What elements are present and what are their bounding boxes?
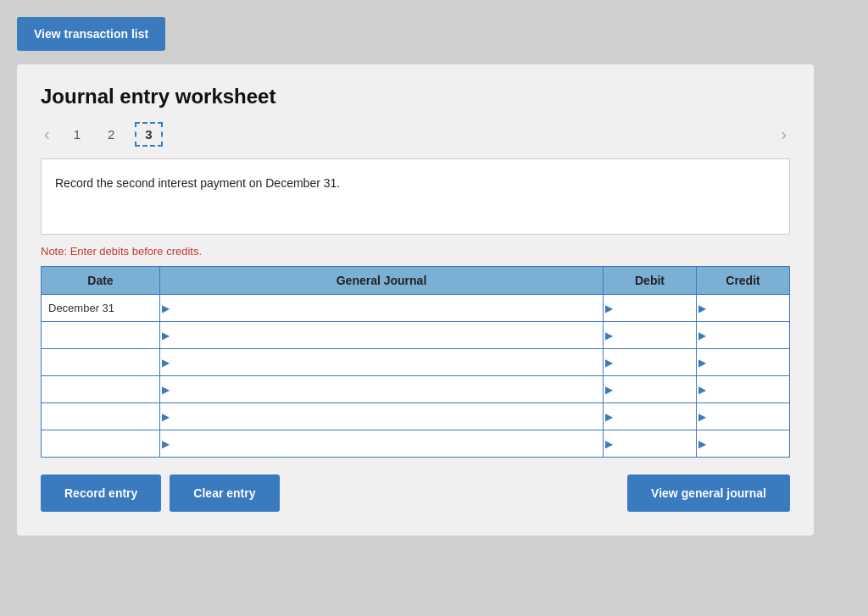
arrow-icon: ▶ [162, 411, 170, 423]
table-row: ▶▶▶ [42, 430, 790, 458]
arrow-icon: ▶ [698, 330, 706, 341]
input-credit-3[interactable] [697, 376, 789, 402]
clear-entry-button[interactable]: Clear entry [170, 474, 279, 512]
view-transaction-button[interactable]: View transaction list [17, 17, 165, 51]
tab-2[interactable]: 2 [101, 124, 121, 145]
cell-date-2 [42, 349, 160, 376]
input-debit-4[interactable] [604, 403, 696, 430]
arrow-icon: ▶ [162, 438, 170, 450]
main-panel: Journal entry worksheet ‹ 1 2 3 › Record… [17, 64, 814, 536]
arrow-icon: ▶ [698, 438, 706, 450]
arrow-icon: ▶ [162, 384, 170, 396]
cell-journal-4: ▶ [160, 403, 604, 430]
cell-debit-2: ▶ [604, 349, 697, 376]
input-debit-0[interactable] [604, 295, 696, 321]
panel-title: Journal entry worksheet [41, 85, 790, 108]
cell-debit-0: ▶ [604, 295, 697, 322]
header-credit: Credit [697, 267, 790, 295]
arrow-icon: ▶ [605, 411, 613, 423]
input-date-2[interactable] [48, 349, 159, 375]
arrow-icon: ▶ [698, 302, 706, 314]
arrow-icon: ▶ [698, 357, 706, 369]
input-debit-1[interactable] [604, 322, 696, 348]
input-debit-5[interactable] [604, 430, 696, 457]
arrow-icon: ▶ [698, 411, 706, 423]
input-credit-2[interactable] [697, 349, 789, 375]
input-journal-3[interactable] [160, 376, 603, 402]
cell-debit-4: ▶ [604, 403, 697, 430]
input-journal-4[interactable] [160, 403, 603, 430]
arrow-icon: ▶ [162, 302, 170, 314]
description-text: Record the second interest payment on De… [55, 176, 340, 190]
input-date-4[interactable] [48, 403, 159, 430]
cell-journal-5: ▶ [160, 430, 604, 458]
input-journal-1[interactable] [160, 322, 603, 348]
input-credit-5[interactable] [697, 430, 789, 457]
input-debit-3[interactable] [604, 376, 696, 402]
cell-credit-4: ▶ [697, 403, 790, 430]
table-row: ▶▶▶ [42, 322, 790, 349]
cell-debit-3: ▶ [604, 376, 697, 403]
input-debit-2[interactable] [604, 349, 696, 375]
top-bar: View transaction list [17, 17, 851, 51]
next-tab-arrow[interactable]: › [777, 123, 790, 146]
cell-journal-1: ▶ [160, 322, 604, 349]
view-general-journal-button[interactable]: View general journal [627, 474, 790, 512]
header-date: Date [42, 267, 160, 295]
bottom-buttons: Record entry Clear entry View general jo… [41, 474, 790, 512]
input-journal-0[interactable] [160, 295, 603, 321]
arrow-icon: ▶ [605, 438, 613, 450]
input-credit-4[interactable] [697, 403, 789, 430]
table-row: ▶▶▶ [42, 349, 790, 376]
input-date-3[interactable] [48, 376, 159, 402]
arrow-icon: ▶ [162, 357, 170, 369]
cell-journal-0: ▶ [160, 295, 604, 322]
cell-debit-1: ▶ [604, 322, 697, 349]
cell-debit-5: ▶ [604, 430, 697, 458]
input-journal-2[interactable] [160, 349, 603, 375]
tab-1[interactable]: 1 [67, 124, 87, 145]
arrow-icon: ▶ [605, 330, 613, 341]
input-journal-5[interactable] [160, 430, 603, 457]
cell-credit-0: ▶ [697, 295, 790, 322]
arrow-icon: ▶ [605, 384, 613, 396]
table-row: ▶▶▶ [42, 403, 790, 430]
arrow-icon: ▶ [698, 384, 706, 396]
cell-date-4 [42, 403, 160, 430]
cell-date-0: December 31 [42, 295, 160, 322]
table-row: ▶▶▶ [42, 376, 790, 403]
tab-3[interactable]: 3 [135, 122, 162, 147]
journal-table: Date General Journal Debit Credit Decemb… [41, 266, 790, 458]
cell-date-3 [42, 376, 160, 403]
table-header-row: Date General Journal Debit Credit [42, 267, 790, 295]
tab-navigation: ‹ 1 2 3 › [41, 122, 790, 147]
input-credit-1[interactable] [697, 322, 789, 348]
arrow-icon: ▶ [162, 330, 170, 341]
header-general-journal: General Journal [160, 267, 604, 295]
table-row: December 31▶▶▶ [42, 295, 790, 322]
header-debit: Debit [604, 267, 697, 295]
input-date-5[interactable] [48, 430, 159, 457]
input-date-1[interactable] [48, 322, 159, 348]
cell-date-5 [42, 430, 160, 458]
prev-tab-arrow[interactable]: ‹ [41, 123, 53, 146]
arrow-icon: ▶ [605, 357, 613, 369]
cell-credit-3: ▶ [697, 376, 790, 403]
cell-date-1 [42, 322, 160, 349]
cell-credit-1: ▶ [697, 322, 790, 349]
cell-journal-3: ▶ [160, 376, 604, 403]
input-credit-0[interactable] [697, 295, 789, 321]
note-text: Note: Enter debits before credits. [41, 245, 790, 258]
cell-credit-2: ▶ [697, 349, 790, 376]
cell-journal-2: ▶ [160, 349, 604, 376]
arrow-icon: ▶ [605, 302, 613, 314]
cell-credit-5: ▶ [697, 430, 790, 458]
record-entry-button[interactable]: Record entry [41, 474, 161, 512]
description-box: Record the second interest payment on De… [41, 158, 790, 235]
